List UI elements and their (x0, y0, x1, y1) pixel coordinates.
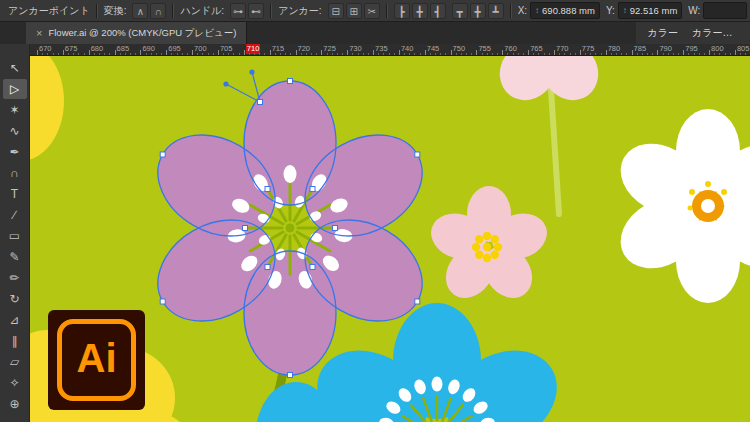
ruler-number: 795 (685, 44, 698, 54)
illustrator-logo-text: Ai (77, 336, 117, 381)
ruler-number: 760 (504, 44, 517, 54)
convert-icon-group: ∧∩ (132, 3, 166, 19)
curvature-tool[interactable]: ∩ (3, 163, 27, 183)
remove-anchor-icon[interactable]: ⊟ (328, 3, 344, 19)
ruler-number: 800 (711, 44, 724, 54)
ruler-number: 675 (65, 44, 78, 54)
align-left-icon[interactable]: ┣ (394, 3, 410, 19)
ruler-number: 740 (401, 44, 414, 54)
anchor-point (258, 100, 263, 105)
ruler[interactable]: 6706756806856906957007057107157207257307… (30, 44, 750, 56)
magic-wand-tool[interactable]: ✶ (3, 100, 27, 120)
handle-icon-group: ⊶⊷ (230, 3, 264, 19)
paintbrush-tool[interactable]: ✎ (3, 247, 27, 267)
type-tool[interactable]: T (3, 184, 27, 204)
panel-tabs: カラーカラーガイド (636, 22, 750, 44)
toolbar: ↖▷✶∿✒∩T∕▭✎✏↻⊿∥▱✧⊕ (0, 44, 30, 422)
ruler-number: 735 (375, 44, 388, 54)
free-transform-tool[interactable]: ▱ (3, 352, 27, 372)
separator (386, 4, 388, 18)
anchor-label: アンカー: (278, 4, 321, 18)
tab-close-icon[interactable]: × (36, 22, 42, 44)
ruler-number: 700 (194, 44, 207, 54)
canvas[interactable]: Ai (30, 56, 750, 422)
y-value: 92.516 mm (630, 5, 678, 16)
align-v-center-icon[interactable]: ╋ (470, 3, 486, 19)
eyedropper-tool[interactable]: ✧ (3, 373, 27, 393)
align-right-icon[interactable]: ┫ (430, 3, 446, 19)
pen-tool[interactable]: ✒ (3, 142, 27, 162)
x-stepper-icon[interactable]: ↕ (535, 6, 539, 15)
ruler-number: 785 (634, 44, 647, 54)
align-top-icon[interactable]: ┳ (452, 3, 468, 19)
ruler-number: 780 (608, 44, 621, 54)
convert-to-smooth-icon[interactable]: ∩ (150, 3, 166, 19)
convert-label: 変換: (104, 4, 127, 18)
line-segment-tool[interactable]: ∕ (3, 205, 27, 225)
illustrator-logo: Ai (48, 310, 145, 410)
ruler-number: 715 (272, 44, 285, 54)
anchor-icon-group: ⊟⊞✂ (328, 3, 380, 19)
lasso-tool[interactable]: ∿ (3, 121, 27, 141)
ruler-number: 680 (91, 44, 104, 54)
ruler-number: 725 (323, 44, 336, 54)
w-label: W: (688, 5, 700, 16)
ruler-number: 720 (298, 44, 311, 54)
ruler-number: 770 (556, 44, 569, 54)
ruler-number: 805 (737, 44, 750, 54)
control-bar-title: アンカーポイント (8, 4, 90, 18)
handle-dot (223, 81, 228, 86)
ruler-number: 705 (220, 44, 233, 54)
ruler-number: 695 (168, 44, 181, 54)
selection-tool[interactable]: ↖ (3, 58, 27, 78)
separator (270, 4, 272, 18)
convert-to-corner-icon[interactable]: ∧ (132, 3, 148, 19)
w-input[interactable] (703, 2, 747, 19)
handle-label: ハンドル: (180, 4, 224, 18)
ruler-number: 745 (427, 44, 440, 54)
y-label: Y: (606, 5, 615, 16)
align-h-center-icon[interactable]: ╋ (412, 3, 428, 19)
direct-selection-tool[interactable]: ▷ (3, 79, 27, 99)
ruler-number: 730 (349, 44, 362, 54)
y-input[interactable]: ↕ 92.516 mm (618, 2, 683, 19)
ruler-number: 750 (453, 44, 466, 54)
scale-tool[interactable]: ⊿ (3, 310, 27, 330)
x-label: X: (518, 5, 527, 16)
ruler-number: 690 (142, 44, 155, 54)
width-tool[interactable]: ∥ (3, 331, 27, 351)
x-input[interactable]: ↕ 690.888 mm (530, 2, 600, 19)
ruler-number: 670 (39, 44, 52, 54)
ruler-number: 775 (582, 44, 595, 54)
x-value: 690.888 mm (542, 5, 595, 16)
add-anchor-icon[interactable]: ⊞ (346, 3, 362, 19)
separator (172, 4, 174, 18)
document-tab[interactable]: × Flower.ai @ 200% (CMYK/GPU プレビュー) (26, 22, 247, 44)
control-bar: アンカーポイント 変換: ∧∩ ハンドル: ⊶⊷ アンカー: ⊟⊞✂ ┣╋┫ ┳… (0, 0, 750, 22)
align-vertical-group: ┳╋┻ (452, 3, 504, 19)
ruler-number: 790 (659, 44, 672, 54)
separator (96, 4, 98, 18)
ruler-number: 755 (478, 44, 491, 54)
shaper-tool[interactable]: ✏ (3, 268, 27, 288)
rotate-tool[interactable]: ↻ (3, 289, 27, 309)
hide-handles-icon[interactable]: ⊷ (248, 3, 264, 19)
ruler-number: 765 (530, 44, 543, 54)
zoom-tool[interactable]: ⊕ (3, 394, 27, 414)
y-stepper-icon[interactable]: ↕ (623, 6, 627, 15)
panel-tab-1[interactable]: カラー (642, 26, 684, 40)
cut-path-icon[interactable]: ✂ (364, 3, 380, 19)
ruler-number: 685 (117, 44, 130, 54)
rectangle-tool[interactable]: ▭ (3, 226, 27, 246)
handle-dot (249, 69, 254, 74)
show-handles-icon[interactable]: ⊶ (230, 3, 246, 19)
ruler-number: 710 (246, 44, 261, 54)
tab-bar: × Flower.ai @ 200% (CMYK/GPU プレビュー) カラーカ… (0, 22, 750, 44)
align-bottom-icon[interactable]: ┻ (488, 3, 504, 19)
separator (510, 4, 512, 18)
panel-tab-2[interactable]: カラーガイド (686, 26, 744, 40)
align-horizontal-group: ┣╋┫ (394, 3, 446, 19)
illustrator-logo-border: Ai (57, 319, 136, 401)
illustrator-window: アンカーポイント 変換: ∧∩ ハンドル: ⊶⊷ アンカー: ⊟⊞✂ ┣╋┫ ┳… (0, 0, 750, 422)
document-tab-title: Flower.ai @ 200% (CMYK/GPU プレビュー) (48, 27, 236, 40)
